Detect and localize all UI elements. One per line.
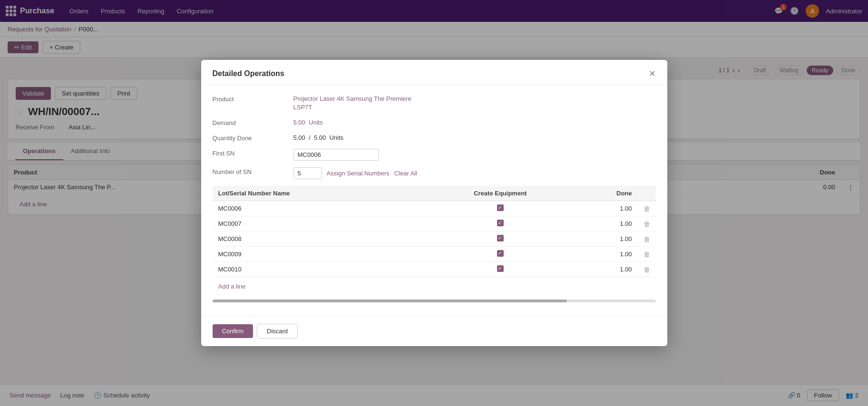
serial-table-row: MC0006 1.00 🗑	[213, 201, 656, 216]
demand-label: Demand	[213, 118, 289, 126]
modal-title: Detailed Operations	[213, 69, 284, 78]
num-sn-label: Number of SN	[213, 167, 289, 175]
first-sn-input-wrap	[293, 149, 656, 161]
col-create-equipment: Create Equipment	[420, 186, 580, 201]
serial-table-row: MC0007 1.00 🗑	[213, 216, 656, 222]
qty-done-label: Quantity Done	[213, 134, 289, 142]
modal-close-button[interactable]: ✕	[649, 68, 656, 79]
modal-body: Product Projector Laser 4K Samsung The P…	[201, 85, 667, 222]
first-sn-input[interactable]	[293, 149, 379, 161]
product-label: Product	[213, 95, 289, 103]
assign-serial-numbers-button[interactable]: Assign Serial Numbers	[327, 170, 390, 177]
equipment-checkbox-cell[interactable]	[420, 216, 580, 222]
delete-row-icon[interactable]: 🗑	[644, 220, 650, 222]
col-lot-serial: Lot/Serial Number Name	[213, 186, 420, 201]
modal-product-row: Product Projector Laser 4K Samsung The P…	[213, 95, 656, 112]
modal-qty-row: Quantity Done 5.00 / 5.00 Units	[213, 134, 656, 142]
done-value-cell: 1.00	[581, 201, 638, 216]
delete-cell[interactable]: 🗑	[638, 201, 656, 216]
modal-num-sn-row: Number of SN Assign Serial Numbers Clear…	[213, 167, 656, 179]
modal-header: Detailed Operations ✕	[201, 60, 667, 85]
delete-cell[interactable]: 🗑	[638, 216, 656, 222]
done-value-cell: 1.00	[581, 216, 638, 222]
equipment-checkbox[interactable]	[497, 220, 504, 222]
equipment-checkbox-cell[interactable]	[420, 201, 580, 216]
modal-overlay[interactable]: Detailed Operations ✕ Product Projector …	[0, 0, 868, 222]
num-sn-input-wrap: Assign Serial Numbers Clear All	[293, 167, 656, 179]
qty-done-value: 5.00 / 5.00 Units	[293, 134, 656, 142]
first-sn-label: First SN	[213, 149, 289, 157]
modal-first-sn-row: First SN	[213, 149, 656, 161]
clear-all-button[interactable]: Clear All	[394, 170, 417, 177]
num-sn-input[interactable]	[293, 167, 322, 179]
detailed-operations-modal: Detailed Operations ✕ Product Projector …	[201, 60, 667, 222]
product-value: Projector Laser 4K Samsung The Premiere …	[293, 95, 656, 112]
col-done-header: Done	[581, 186, 638, 201]
equipment-checkbox[interactable]	[497, 204, 504, 211]
lot-serial-cell: MC0007	[213, 216, 420, 222]
delete-row-icon[interactable]: 🗑	[644, 205, 650, 213]
serial-numbers-table: Lot/Serial Number Name Create Equipment …	[213, 186, 656, 222]
demand-value: 5.00 Units	[293, 118, 656, 127]
modal-demand-row: Demand 5.00 Units	[213, 118, 656, 127]
lot-serial-cell: MC0006	[213, 201, 420, 216]
